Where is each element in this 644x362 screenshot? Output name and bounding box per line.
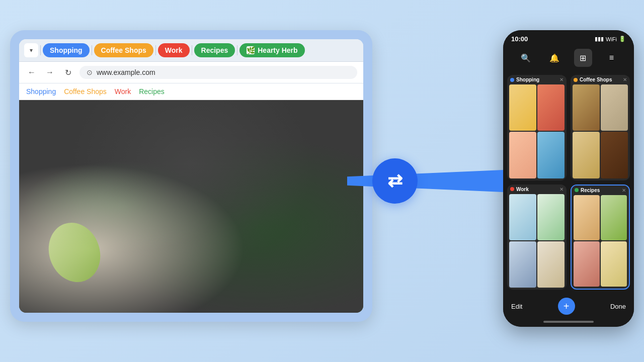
coffee-close-button[interactable]: ✕ bbox=[623, 77, 627, 82]
thumb-3 bbox=[509, 132, 536, 178]
bell-icon: 🔔 bbox=[549, 53, 559, 63]
tablet-device: ▾ Shopping Coffee Shops Work Recipes 🌿 H… bbox=[10, 30, 372, 322]
work-close-button[interactable]: ✕ bbox=[559, 187, 564, 192]
phone-status-bar: 10:00 ▮▮▮ WiFi 🔋 bbox=[503, 30, 634, 46]
tab-recipes[interactable]: Recipes bbox=[194, 43, 235, 57]
tabs-bell-button[interactable]: 🔔 bbox=[545, 49, 564, 67]
forward-button[interactable]: → bbox=[43, 66, 56, 79]
thumb-c2 bbox=[601, 84, 628, 131]
thumb-r1 bbox=[574, 195, 600, 240]
recipes-thumbnails bbox=[572, 195, 629, 289]
thumb-c3 bbox=[573, 132, 600, 178]
tab-divider-3 bbox=[155, 45, 156, 55]
webpage-content bbox=[19, 100, 363, 313]
thumb-w2 bbox=[537, 194, 565, 240]
phone-group-recipes[interactable]: Recipes ✕ bbox=[571, 185, 630, 290]
status-icons: ▮▮▮ WiFi 🔋 bbox=[595, 36, 626, 42]
search-button[interactable]: 🔍 bbox=[517, 49, 535, 67]
list-icon: ≡ bbox=[609, 53, 614, 62]
phone-device: 10:00 ▮▮▮ WiFi 🔋 🔍 🔔 ⊞ ≡ Shopping bbox=[503, 30, 634, 327]
thumb-w1 bbox=[509, 194, 536, 240]
url-text: www.example.com bbox=[97, 68, 155, 76]
thumb-1 bbox=[509, 84, 536, 131]
coffee-thumbnails bbox=[571, 84, 630, 180]
tab-coffee[interactable]: Coffee Shops bbox=[94, 43, 153, 57]
phone-tab-groups: Shopping ✕ Coffee Shops ✕ bbox=[503, 71, 634, 294]
battery-icon: 🔋 bbox=[619, 36, 626, 42]
done-button[interactable]: Done bbox=[610, 303, 626, 310]
chevron-down-icon: ▾ bbox=[30, 47, 33, 54]
hearty-tab-icon: 🌿 bbox=[247, 46, 255, 54]
tab-divider-2 bbox=[92, 45, 92, 55]
phone-group-recipes-header: Recipes ✕ bbox=[572, 186, 629, 195]
tg-work[interactable]: Work bbox=[115, 87, 131, 96]
thumb-w4 bbox=[537, 241, 565, 288]
signal-icon: ▮▮▮ bbox=[595, 36, 604, 42]
thumb-4 bbox=[537, 132, 565, 178]
phone-bottom-bar: Edit + Done bbox=[503, 294, 634, 321]
tab-groups-row: Shopping Coffee Shops Work Recipes bbox=[19, 83, 363, 100]
phone-group-work-header: Work ✕ bbox=[507, 185, 567, 194]
tab-divider-4 bbox=[192, 45, 192, 55]
address-bar: ← → ↻ ⊙ www.example.com bbox=[19, 62, 363, 83]
work-dot bbox=[510, 187, 514, 191]
shopping-thumbnails bbox=[507, 84, 567, 180]
thumb-r3 bbox=[574, 241, 600, 287]
phone-group-recipes-title: Recipes bbox=[575, 188, 600, 193]
tab-bar: ▾ Shopping Coffee Shops Work Recipes 🌿 H… bbox=[19, 39, 363, 62]
grid-icon: ⊞ bbox=[580, 53, 586, 63]
reload-button[interactable]: ↻ bbox=[61, 66, 74, 79]
tab-hearty[interactable]: 🌿 Hearty Herb bbox=[239, 43, 304, 57]
phone-group-coffee-header: Coffee Shops ✕ bbox=[571, 75, 630, 84]
phone-group-coffee[interactable]: Coffee Shops ✕ bbox=[571, 75, 630, 180]
tg-recipes[interactable]: Recipes bbox=[139, 87, 165, 96]
thumb-c1 bbox=[573, 84, 600, 131]
search-icon: 🔍 bbox=[521, 53, 531, 63]
thumb-2 bbox=[537, 84, 565, 131]
grid-view-button[interactable]: ⊞ bbox=[574, 49, 592, 67]
tabs-list-button[interactable]: ≡ bbox=[603, 49, 621, 67]
url-input[interactable]: ⊙ www.example.com bbox=[79, 66, 357, 79]
url-security-icon: ⊙ bbox=[87, 68, 93, 76]
tab-divider bbox=[40, 45, 41, 55]
tab-divider-5 bbox=[237, 45, 237, 55]
phone-group-work-title: Work bbox=[510, 187, 529, 192]
add-tab-button[interactable]: + bbox=[558, 298, 575, 315]
sync-arrow-button[interactable] bbox=[372, 158, 418, 204]
content-area bbox=[19, 100, 363, 313]
thumb-w3 bbox=[509, 241, 536, 288]
phone-group-shopping-header: Shopping ✕ bbox=[507, 75, 567, 84]
coffee-dot bbox=[574, 78, 578, 82]
shopping-close-button[interactable]: ✕ bbox=[559, 77, 564, 82]
phone-group-shopping[interactable]: Shopping ✕ bbox=[507, 75, 567, 180]
thumb-r2 bbox=[601, 195, 627, 240]
phone-group-coffee-title: Coffee Shops bbox=[574, 77, 612, 82]
phone-toolbar: 🔍 🔔 ⊞ ≡ bbox=[503, 46, 634, 71]
thumb-c4 bbox=[601, 132, 628, 178]
status-time: 10:00 bbox=[511, 35, 528, 43]
home-indicator bbox=[543, 321, 594, 323]
phone-group-shopping-title: Shopping bbox=[510, 77, 539, 82]
tab-dropdown-button[interactable]: ▾ bbox=[24, 43, 38, 57]
wifi-icon: WiFi bbox=[606, 36, 617, 42]
edit-button[interactable]: Edit bbox=[511, 303, 522, 310]
phone-home-bar bbox=[503, 321, 634, 327]
thumb-r4 bbox=[601, 241, 627, 287]
tab-work[interactable]: Work bbox=[158, 43, 190, 57]
tg-shopping[interactable]: Shopping bbox=[26, 87, 56, 96]
work-thumbnails bbox=[507, 194, 567, 290]
tablet-screen: ▾ Shopping Coffee Shops Work Recipes 🌿 H… bbox=[19, 39, 363, 313]
recipes-dot bbox=[575, 188, 579, 192]
back-button[interactable]: ← bbox=[25, 66, 38, 79]
phone-group-work[interactable]: Work ✕ bbox=[507, 185, 567, 290]
tg-coffee[interactable]: Coffee Shops bbox=[64, 87, 107, 96]
shopping-dot bbox=[510, 78, 514, 82]
tab-shopping[interactable]: Shopping bbox=[43, 43, 90, 57]
recipes-close-button[interactable]: ✕ bbox=[622, 188, 626, 193]
